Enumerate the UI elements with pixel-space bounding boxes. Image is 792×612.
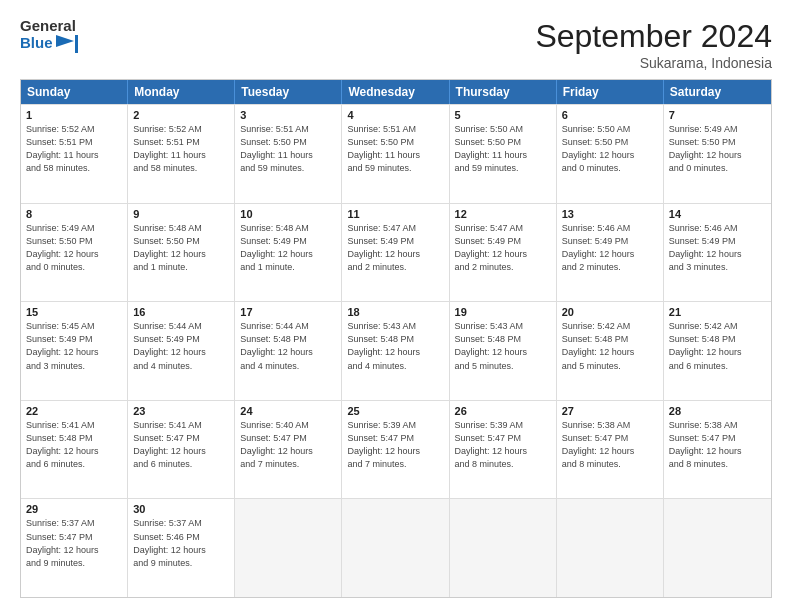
cal-cell-2-5: 20Sunrise: 5:42 AMSunset: 5:48 PMDayligh… — [557, 302, 664, 400]
day-number: 2 — [133, 109, 229, 121]
cell-info-line: and 0 minutes. — [26, 261, 122, 273]
week-row-0: 1Sunrise: 5:52 AMSunset: 5:51 PMDaylight… — [21, 104, 771, 203]
day-number: 22 — [26, 405, 122, 417]
day-number: 27 — [562, 405, 658, 417]
header-thursday: Thursday — [450, 80, 557, 104]
cal-cell-4-0: 29Sunrise: 5:37 AMSunset: 5:47 PMDayligh… — [21, 499, 128, 597]
header-monday: Monday — [128, 80, 235, 104]
cell-info-line: and 8 minutes. — [455, 458, 551, 470]
cell-info-line: Sunset: 5:51 PM — [133, 136, 229, 148]
cal-cell-0-5: 6Sunrise: 5:50 AMSunset: 5:50 PMDaylight… — [557, 105, 664, 203]
cell-info-line: and 9 minutes. — [133, 557, 229, 569]
day-number: 9 — [133, 208, 229, 220]
cal-cell-3-0: 22Sunrise: 5:41 AMSunset: 5:48 PMDayligh… — [21, 401, 128, 499]
cell-info-line: Sunrise: 5:41 AM — [26, 419, 122, 431]
cell-info-line: and 0 minutes. — [669, 162, 766, 174]
cell-info-line: Daylight: 12 hours — [455, 248, 551, 260]
day-number: 3 — [240, 109, 336, 121]
cell-info-line: Sunset: 5:46 PM — [133, 531, 229, 543]
cal-cell-2-2: 17Sunrise: 5:44 AMSunset: 5:48 PMDayligh… — [235, 302, 342, 400]
cal-cell-4-3 — [342, 499, 449, 597]
cal-cell-1-0: 8Sunrise: 5:49 AMSunset: 5:50 PMDaylight… — [21, 204, 128, 302]
cell-info-line: Daylight: 12 hours — [26, 544, 122, 556]
week-row-3: 22Sunrise: 5:41 AMSunset: 5:48 PMDayligh… — [21, 400, 771, 499]
day-number: 5 — [455, 109, 551, 121]
cell-info-line: Daylight: 12 hours — [562, 248, 658, 260]
cell-info-line: Sunset: 5:50 PM — [133, 235, 229, 247]
cal-cell-2-4: 19Sunrise: 5:43 AMSunset: 5:48 PMDayligh… — [450, 302, 557, 400]
day-number: 6 — [562, 109, 658, 121]
cal-cell-4-4 — [450, 499, 557, 597]
cal-cell-2-1: 16Sunrise: 5:44 AMSunset: 5:49 PMDayligh… — [128, 302, 235, 400]
cell-info-line: Daylight: 12 hours — [240, 248, 336, 260]
header-friday: Friday — [557, 80, 664, 104]
cell-info-line: Sunrise: 5:43 AM — [455, 320, 551, 332]
header: General Blue September 2024 Sukarama, In… — [20, 18, 772, 71]
header-tuesday: Tuesday — [235, 80, 342, 104]
cell-info-line: Daylight: 12 hours — [26, 248, 122, 260]
cal-cell-1-4: 12Sunrise: 5:47 AMSunset: 5:49 PMDayligh… — [450, 204, 557, 302]
cell-info-line: Daylight: 12 hours — [562, 149, 658, 161]
cell-info-line: Daylight: 12 hours — [669, 445, 766, 457]
day-number: 20 — [562, 306, 658, 318]
header-wednesday: Wednesday — [342, 80, 449, 104]
header-saturday: Saturday — [664, 80, 771, 104]
cell-info-line: and 59 minutes. — [455, 162, 551, 174]
cal-cell-3-5: 27Sunrise: 5:38 AMSunset: 5:47 PMDayligh… — [557, 401, 664, 499]
cell-info-line: Sunrise: 5:50 AM — [455, 123, 551, 135]
cell-info-line: Sunset: 5:47 PM — [347, 432, 443, 444]
day-number: 15 — [26, 306, 122, 318]
cell-info-line: Daylight: 12 hours — [240, 445, 336, 457]
day-number: 11 — [347, 208, 443, 220]
cell-info-line: Daylight: 11 hours — [26, 149, 122, 161]
cell-info-line: Sunset: 5:51 PM — [26, 136, 122, 148]
calendar: Sunday Monday Tuesday Wednesday Thursday… — [20, 79, 772, 598]
cell-info-line: and 58 minutes. — [26, 162, 122, 174]
cal-cell-0-3: 4Sunrise: 5:51 AMSunset: 5:50 PMDaylight… — [342, 105, 449, 203]
cal-cell-4-5 — [557, 499, 664, 597]
cal-cell-4-6 — [664, 499, 771, 597]
day-number: 28 — [669, 405, 766, 417]
cell-info-line: Daylight: 11 hours — [133, 149, 229, 161]
cal-cell-3-1: 23Sunrise: 5:41 AMSunset: 5:47 PMDayligh… — [128, 401, 235, 499]
cell-info-line: Sunrise: 5:51 AM — [347, 123, 443, 135]
cell-info-line: Daylight: 12 hours — [133, 248, 229, 260]
day-number: 10 — [240, 208, 336, 220]
cell-info-line: Sunset: 5:48 PM — [562, 333, 658, 345]
cell-info-line: and 8 minutes. — [562, 458, 658, 470]
cell-info-line: Daylight: 12 hours — [347, 248, 443, 260]
cell-info-line: and 0 minutes. — [562, 162, 658, 174]
cal-cell-1-5: 13Sunrise: 5:46 AMSunset: 5:49 PMDayligh… — [557, 204, 664, 302]
cell-info-line: Daylight: 12 hours — [133, 544, 229, 556]
cell-info-line: Sunset: 5:47 PM — [562, 432, 658, 444]
day-number: 17 — [240, 306, 336, 318]
cal-cell-1-2: 10Sunrise: 5:48 AMSunset: 5:49 PMDayligh… — [235, 204, 342, 302]
cell-info-line: Sunrise: 5:43 AM — [347, 320, 443, 332]
day-number: 30 — [133, 503, 229, 515]
cal-cell-4-1: 30Sunrise: 5:37 AMSunset: 5:46 PMDayligh… — [128, 499, 235, 597]
cell-info-line: Daylight: 11 hours — [240, 149, 336, 161]
cell-info-line: Sunset: 5:50 PM — [347, 136, 443, 148]
week-row-2: 15Sunrise: 5:45 AMSunset: 5:49 PMDayligh… — [21, 301, 771, 400]
cell-info-line: Sunrise: 5:49 AM — [26, 222, 122, 234]
cell-info-line: Sunrise: 5:40 AM — [240, 419, 336, 431]
cell-info-line: and 6 minutes. — [26, 458, 122, 470]
cell-info-line: Sunrise: 5:38 AM — [669, 419, 766, 431]
cell-info-line: Daylight: 12 hours — [26, 346, 122, 358]
cell-info-line: Sunset: 5:50 PM — [669, 136, 766, 148]
logo: General Blue — [20, 18, 78, 53]
cell-info-line: and 4 minutes. — [347, 360, 443, 372]
cell-info-line: Daylight: 12 hours — [240, 346, 336, 358]
cal-cell-3-2: 24Sunrise: 5:40 AMSunset: 5:47 PMDayligh… — [235, 401, 342, 499]
cell-info-line: Sunrise: 5:42 AM — [562, 320, 658, 332]
cell-info-line: and 6 minutes. — [669, 360, 766, 372]
day-number: 29 — [26, 503, 122, 515]
cell-info-line: Sunset: 5:49 PM — [133, 333, 229, 345]
cell-info-line: and 7 minutes. — [347, 458, 443, 470]
day-number: 12 — [455, 208, 551, 220]
cell-info-line: Sunrise: 5:50 AM — [562, 123, 658, 135]
cell-info-line: Daylight: 12 hours — [455, 346, 551, 358]
cell-info-line: Sunrise: 5:48 AM — [133, 222, 229, 234]
cell-info-line: Daylight: 12 hours — [669, 248, 766, 260]
cell-info-line: Daylight: 12 hours — [562, 445, 658, 457]
